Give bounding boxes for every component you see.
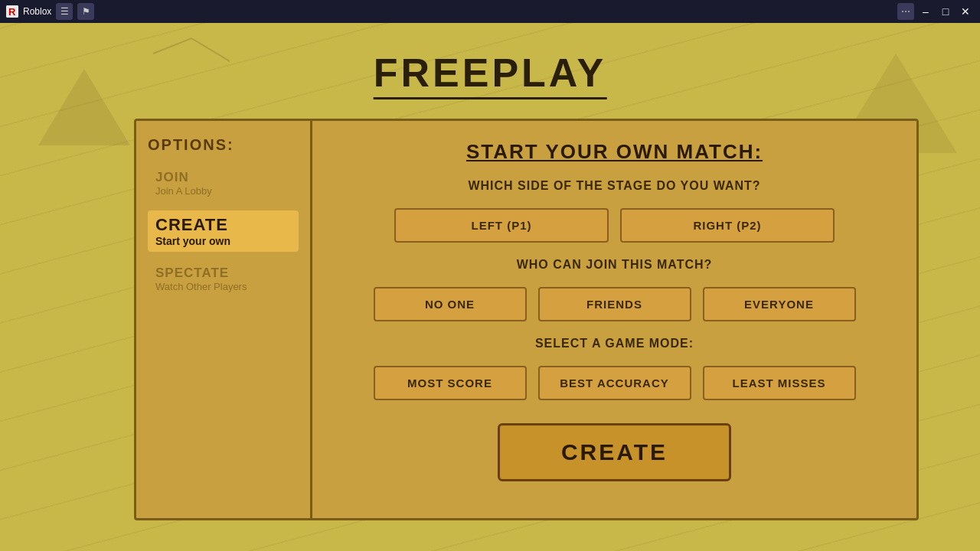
sidebar: OPTIONS: Join Join a lobby Create Start … (136, 121, 312, 518)
join-button-row: No One Friends Everyone (335, 287, 893, 321)
content-title: Start your own match: (466, 140, 763, 164)
sidebar-section-spectate: Spectate Watch other players (148, 261, 299, 297)
chrome-left: R Roblox ☰ ⚑ (6, 3, 94, 20)
spectate-main-label: Spectate (155, 266, 291, 281)
mode-question: Select a game mode: (535, 337, 694, 350)
spectate-sub-label: Watch other players (155, 281, 291, 292)
minimize-button[interactable]: – (917, 3, 934, 20)
flag-icon[interactable]: ⚑ (77, 3, 94, 20)
close-button[interactable]: ✕ (957, 3, 974, 20)
roblox-logo: R (6, 5, 18, 18)
create-sub-label: Start your own (155, 235, 291, 247)
maximize-button[interactable]: □ (937, 3, 954, 20)
sidebar-item-create[interactable]: Create Start your own (148, 210, 299, 252)
main-panel: OPTIONS: Join Join a lobby Create Start … (134, 119, 919, 520)
join-question: Who can join this match? (517, 258, 713, 272)
create-match-button[interactable]: Create (498, 423, 731, 481)
background: FREEPLAY OPTIONS: Join Join a lobby Crea… (0, 23, 980, 551)
stage-question: Which side of the stage do you want? (468, 179, 760, 193)
hamburger-icon[interactable]: ☰ (56, 3, 73, 20)
mode-button-row: Most Score Best Accuracy Least Misses (335, 366, 893, 400)
right-p2-button[interactable]: Right (P2) (620, 208, 835, 243)
most-score-button[interactable]: Most Score (374, 366, 527, 400)
left-p1-button[interactable]: Left (P1) (394, 208, 609, 243)
window-title: Roblox (23, 6, 51, 17)
svg-text:R: R (8, 6, 16, 18)
sidebar-item-join[interactable]: Join Join a lobby (148, 165, 299, 201)
window-controls: ⋯ – □ ✕ (897, 3, 974, 20)
best-accuracy-button[interactable]: Best Accuracy (538, 366, 691, 400)
create-main-label: Create (155, 215, 291, 235)
everyone-button[interactable]: Everyone (703, 287, 856, 321)
content-area: Start your own match: Which side of the … (312, 121, 916, 518)
sketch-triangle-left (38, 69, 130, 145)
options-label: OPTIONS: (148, 136, 299, 154)
game-title: FREEPLAY (374, 50, 607, 99)
more-options-icon[interactable]: ⋯ (897, 3, 914, 20)
join-sub-label: Join a lobby (155, 185, 291, 197)
sidebar-item-spectate[interactable]: Spectate Watch other players (148, 261, 299, 297)
friends-button[interactable]: Friends (538, 287, 691, 321)
join-main-label: Join (155, 170, 291, 185)
sidebar-section-create: Create Start your own (148, 210, 299, 252)
window-chrome: R Roblox ☰ ⚑ ⋯ – □ ✕ (0, 0, 980, 23)
sidebar-section-join: Join Join a lobby (148, 165, 299, 201)
least-misses-button[interactable]: Least Misses (703, 366, 856, 400)
no-one-button[interactable]: No One (374, 287, 527, 321)
stage-button-row: Left (P1) Right (P2) (335, 208, 893, 243)
